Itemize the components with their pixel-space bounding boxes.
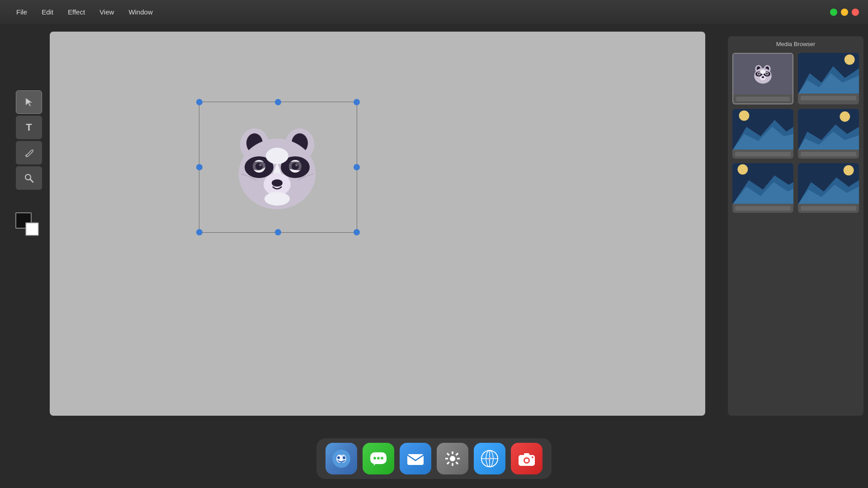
svg-point-48 bbox=[737, 164, 748, 174]
mini-raccoon-svg bbox=[750, 62, 775, 87]
svg-point-17 bbox=[264, 192, 290, 206]
media-label-1 bbox=[736, 97, 790, 101]
svg-point-31 bbox=[758, 73, 760, 75]
svg-point-34 bbox=[762, 76, 764, 78]
landscape-svg-4 bbox=[798, 109, 859, 150]
toolbar: T bbox=[14, 90, 44, 190]
handle-br[interactable] bbox=[354, 229, 360, 235]
landscape-svg-2 bbox=[798, 53, 859, 94]
dock-mail[interactable] bbox=[400, 443, 431, 474]
zoom-tool[interactable] bbox=[16, 166, 42, 190]
svg-point-63 bbox=[381, 457, 383, 460]
raccoon-image[interactable] bbox=[210, 115, 344, 224]
media-label-3 bbox=[735, 152, 791, 156]
media-label-4 bbox=[801, 152, 856, 156]
media-grid bbox=[732, 53, 859, 213]
svg-point-66 bbox=[450, 456, 455, 461]
handle-bl[interactable] bbox=[196, 229, 203, 235]
media-item-5[interactable] bbox=[732, 163, 793, 213]
messages-icon bbox=[368, 449, 388, 469]
dock-finder[interactable] bbox=[326, 443, 357, 474]
raccoon-svg bbox=[214, 120, 340, 219]
menu-view[interactable]: View bbox=[92, 5, 121, 19]
handle-tm[interactable] bbox=[275, 99, 281, 105]
settings-icon bbox=[443, 449, 462, 469]
text-icon: T bbox=[26, 122, 32, 133]
media-label-2 bbox=[801, 96, 856, 100]
media-item-raccoon[interactable] bbox=[732, 53, 793, 104]
svg-point-40 bbox=[739, 110, 750, 121]
traffic-light-green[interactable] bbox=[830, 9, 837, 16]
svg-point-7 bbox=[266, 148, 288, 164]
handle-ml[interactable] bbox=[196, 164, 203, 170]
traffic-light-red[interactable] bbox=[852, 9, 859, 16]
color-swatches[interactable] bbox=[15, 212, 39, 236]
select-tool[interactable] bbox=[16, 90, 42, 114]
svg-point-28 bbox=[760, 70, 765, 74]
menu-file[interactable]: File bbox=[9, 5, 34, 19]
traffic-lights bbox=[830, 0, 868, 24]
media-label-6 bbox=[801, 206, 856, 211]
menu-window[interactable]: Window bbox=[121, 5, 160, 19]
handle-tl[interactable] bbox=[196, 99, 203, 105]
canvas-area[interactable] bbox=[50, 32, 705, 416]
svg-point-36 bbox=[844, 54, 855, 65]
mail-icon bbox=[406, 449, 425, 469]
svg-point-62 bbox=[377, 457, 380, 460]
svg-line-71 bbox=[447, 453, 449, 455]
text-tool[interactable]: T bbox=[16, 116, 42, 139]
media-item-2[interactable] bbox=[798, 53, 859, 104]
dock-messages[interactable] bbox=[363, 443, 394, 474]
svg-line-74 bbox=[447, 462, 449, 465]
media-thumb-3 bbox=[732, 109, 793, 150]
dock-screenshot[interactable] bbox=[511, 443, 542, 474]
dock bbox=[316, 438, 552, 479]
media-item-3[interactable] bbox=[732, 109, 793, 159]
safari-icon bbox=[480, 449, 500, 469]
dock-settings[interactable] bbox=[437, 443, 468, 474]
media-thumb-6 bbox=[798, 163, 859, 204]
cursor-icon bbox=[24, 97, 34, 107]
media-browser-title: Media Browser bbox=[732, 41, 859, 47]
handle-bm[interactable] bbox=[275, 229, 281, 235]
landscape-svg-6 bbox=[798, 163, 859, 204]
svg-point-58 bbox=[337, 456, 340, 459]
svg-point-16 bbox=[272, 179, 283, 187]
svg-point-85 bbox=[532, 456, 533, 458]
svg-point-52 bbox=[844, 165, 854, 176]
media-thumb-2 bbox=[798, 53, 859, 94]
handle-mr[interactable] bbox=[354, 164, 360, 170]
background-color[interactable] bbox=[25, 222, 39, 236]
dock-safari[interactable] bbox=[474, 443, 505, 474]
svg-rect-65 bbox=[407, 454, 424, 465]
landscape-svg-3 bbox=[732, 109, 793, 150]
landscape-svg-5 bbox=[732, 163, 793, 204]
menu-bar: File Edit Effect View Window bbox=[0, 0, 868, 24]
media-label-5 bbox=[735, 206, 791, 211]
svg-line-72 bbox=[456, 462, 458, 465]
pen-icon bbox=[24, 148, 34, 158]
zoom-icon bbox=[24, 173, 34, 183]
media-thumb-raccoon bbox=[733, 54, 793, 94]
svg-line-73 bbox=[456, 453, 458, 455]
media-thumb-5 bbox=[732, 163, 793, 204]
media-item-6[interactable] bbox=[798, 163, 859, 213]
finder-icon bbox=[331, 449, 351, 469]
camera-icon bbox=[517, 449, 537, 469]
svg-point-32 bbox=[766, 73, 768, 75]
pen-tool[interactable] bbox=[16, 141, 42, 164]
menu-edit[interactable]: Edit bbox=[34, 5, 61, 19]
menu-effect[interactable]: Effect bbox=[61, 5, 92, 19]
svg-point-59 bbox=[343, 456, 345, 459]
media-item-4[interactable] bbox=[798, 109, 859, 159]
svg-marker-18 bbox=[26, 98, 32, 106]
svg-point-44 bbox=[840, 112, 850, 122]
handle-tr[interactable] bbox=[354, 99, 360, 105]
media-browser: Media Browser bbox=[728, 36, 863, 416]
svg-rect-84 bbox=[524, 453, 529, 456]
svg-point-61 bbox=[373, 457, 376, 460]
traffic-light-yellow[interactable] bbox=[841, 9, 848, 16]
svg-line-20 bbox=[30, 179, 33, 182]
media-thumb-4 bbox=[798, 109, 859, 150]
svg-point-83 bbox=[525, 459, 528, 462]
